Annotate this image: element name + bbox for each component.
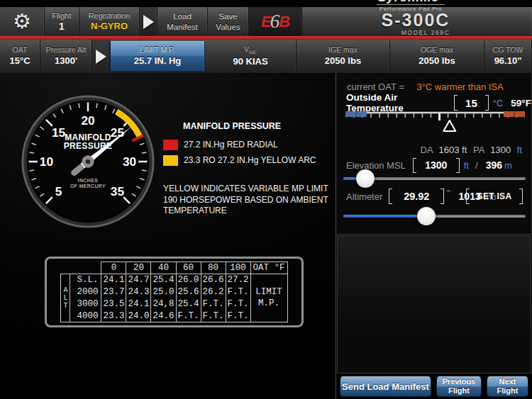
flight-selector[interactable]: Flight 1 bbox=[45, 7, 79, 36]
current-oat-row: current OAT = 3°C warmer than ISA bbox=[347, 82, 504, 92]
stat-tile-v[interactable]: VNE90 KIAS bbox=[205, 40, 297, 73]
app-window: ⚙ Flight 1 Registration N-GYRO Load Mani… bbox=[0, 0, 532, 399]
svg-text:20: 20 bbox=[81, 113, 94, 128]
pa-label: PA bbox=[473, 145, 484, 155]
svg-text:10: 10 bbox=[40, 154, 53, 169]
stat-tile-oat[interactable]: OAT15°C bbox=[0, 40, 40, 73]
da-value: 1603 ft bbox=[439, 145, 467, 155]
mp-gauge: 5101520253035MANIFOLDPRESSUREINCHESOF ME… bbox=[20, 94, 156, 230]
da-label: DA bbox=[421, 145, 433, 155]
stat-value: 2050 lbs bbox=[325, 55, 361, 67]
current-oat-value: 3°C warmer than ISA bbox=[416, 82, 503, 92]
e6b-button[interactable]: E6B bbox=[249, 7, 302, 36]
oat-fahrenheit: 59°F bbox=[511, 98, 531, 108]
stat-label: CG TOW bbox=[493, 45, 523, 55]
stat-value: 96.10" bbox=[494, 55, 522, 67]
da-pa-row: DA 1603 ft PA 1300 ft bbox=[417, 145, 522, 155]
altimeter-unit-inches: " bbox=[447, 189, 450, 198]
model-title: S-300C bbox=[382, 12, 450, 29]
registration-value: N-GYRO bbox=[91, 21, 128, 32]
svg-text:35: 35 bbox=[111, 184, 125, 198]
stat-tile-ige-max[interactable]: IGE max2050 lbs bbox=[297, 40, 390, 73]
altimeter-slider-thumb[interactable] bbox=[417, 207, 436, 225]
svg-text:15: 15 bbox=[52, 125, 66, 140]
oat-ruler-slider[interactable] bbox=[345, 111, 525, 134]
mp-limit-table-frame: 020406080100OAT °FALTS.L.24.124.725.426.… bbox=[45, 257, 304, 327]
stat-value: 25.7 IN. Hg bbox=[134, 55, 181, 67]
svg-text:30: 30 bbox=[123, 154, 136, 169]
stats-bar: OAT15°CPressure Alt1300'LIMIT M.P.25.7 I… bbox=[0, 40, 532, 73]
current-oat-label: current OAT = bbox=[347, 82, 404, 92]
legend-item-text: 27.2 IN.Hg RED RADIAL bbox=[184, 140, 278, 150]
flight-value: 1 bbox=[59, 21, 65, 33]
load-manifest-line2: Manifest bbox=[167, 23, 197, 31]
gear-icon: ⚙ bbox=[13, 11, 31, 32]
stat-label: OGE max bbox=[421, 45, 453, 55]
send-load-manifest-button[interactable]: Send Load Manifest bbox=[340, 376, 431, 397]
topbar-next-arrow-button[interactable] bbox=[140, 7, 157, 36]
stat-tile-limit-m-p-[interactable]: LIMIT M.P.25.7 IN. Hg bbox=[110, 41, 205, 72]
environment-controls-panel: current OAT = 3°C warmer than ISA Outsid… bbox=[336, 73, 532, 235]
stat-label: LIMIT M.P. bbox=[140, 45, 175, 55]
play-icon bbox=[96, 50, 106, 64]
stat-label: OAT bbox=[13, 45, 28, 55]
color-swatch bbox=[163, 155, 178, 166]
stat-label: IGE max bbox=[328, 45, 358, 55]
load-manifest-line1: Load bbox=[173, 12, 192, 21]
oat-row: Outside Air Temperature 15 °C 59°F bbox=[346, 94, 531, 111]
legend-item: 23.3 RO 27.2 IN.Hg YELLOW ARC bbox=[163, 154, 316, 166]
registration-selector[interactable]: Registration N-GYRO bbox=[79, 7, 140, 36]
model-subtitle: MODEL 269C bbox=[382, 29, 450, 36]
legend-note: YELLOW INDICATES VARIABLE MP LIMIT 190 H… bbox=[163, 184, 339, 217]
stat-value: 15°C bbox=[9, 55, 30, 67]
stat-label: Pressure Alt bbox=[46, 45, 87, 55]
altimeter-slider-fill bbox=[343, 215, 426, 218]
oat-input[interactable]: 15 bbox=[454, 95, 489, 111]
stat-label: VNE bbox=[244, 45, 257, 56]
aircraft-model: S-300C MODEL 269C bbox=[382, 12, 450, 36]
play-icon bbox=[143, 15, 154, 29]
stat-value: 2050 lbs bbox=[419, 55, 455, 67]
mp-table: 020406080100OAT °FALTS.L.24.124.725.426.… bbox=[60, 262, 287, 322]
previous-flight-button[interactable]: Previous Flight bbox=[436, 376, 482, 397]
bottom-button-bar: Send Load Manifest Previous Flight Next … bbox=[336, 373, 532, 399]
legend-item: 27.2 IN.Hg RED RADIAL bbox=[163, 139, 316, 150]
svg-text:INCHES: INCHES bbox=[78, 178, 98, 183]
registration-label: Registration bbox=[89, 11, 131, 21]
legend-items: 27.2 IN.Hg RED RADIAL23.3 RO 27.2 IN.Hg … bbox=[163, 139, 316, 170]
elevation-slider[interactable] bbox=[343, 169, 526, 188]
stat-tile-cg-tow[interactable]: CG TOW96.10" bbox=[484, 40, 532, 73]
settings-button[interactable]: ⚙ bbox=[0, 7, 45, 36]
oat-row-label: Outside Air Temperature bbox=[346, 92, 448, 113]
color-swatch bbox=[163, 140, 178, 150]
load-manifest-button[interactable]: Load Manifest bbox=[157, 7, 208, 36]
save-values-line2: Values bbox=[216, 23, 240, 31]
top-bar: ⚙ Flight 1 Registration N-GYRO Load Mani… bbox=[0, 7, 532, 36]
legend-heading: MANIFOLD PRESSURE bbox=[183, 121, 281, 131]
stat-tile-oge-max[interactable]: OGE max2050 lbs bbox=[390, 40, 484, 73]
statsbar-next-arrow-button[interactable] bbox=[92, 40, 110, 73]
right-panel: current OAT = 3°C warmer than ISA Outsid… bbox=[336, 73, 532, 399]
brand-area: Gyronimo® Performance Pad Pro S-300C MOD… bbox=[302, 7, 532, 36]
legend-item-text: 23.3 RO 27.2 IN.Hg YELLOW ARC bbox=[184, 155, 316, 165]
pa-value: 1300 bbox=[490, 145, 511, 155]
oat-pointer-triangle bbox=[443, 120, 455, 131]
e6b-logo: E bbox=[261, 13, 271, 31]
set-isa-button[interactable]: SET ISA bbox=[466, 189, 523, 204]
pa-unit: ft bbox=[517, 145, 522, 155]
altimeter-slider[interactable] bbox=[343, 207, 526, 225]
altimeter-label: Altimeter bbox=[346, 191, 382, 202]
stat-tile-pressure-alt[interactable]: Pressure Alt1300' bbox=[40, 40, 92, 73]
svg-text:5: 5 bbox=[55, 184, 62, 198]
elevation-slider-thumb[interactable] bbox=[356, 169, 375, 188]
altimeter-input[interactable]: 29.92 bbox=[389, 189, 444, 204]
next-flight-button[interactable]: Next Flight bbox=[487, 376, 528, 397]
stat-value: 1300' bbox=[55, 55, 77, 67]
save-values-button[interactable]: Save Values bbox=[208, 7, 249, 36]
oat-unit: °C bbox=[493, 98, 504, 108]
empty-results-panel bbox=[337, 235, 531, 373]
save-values-line1: Save bbox=[218, 12, 237, 21]
svg-text:OF MERCURY: OF MERCURY bbox=[70, 184, 106, 189]
stat-value: 90 KIAS bbox=[233, 56, 267, 68]
flight-label: Flight bbox=[52, 11, 72, 21]
